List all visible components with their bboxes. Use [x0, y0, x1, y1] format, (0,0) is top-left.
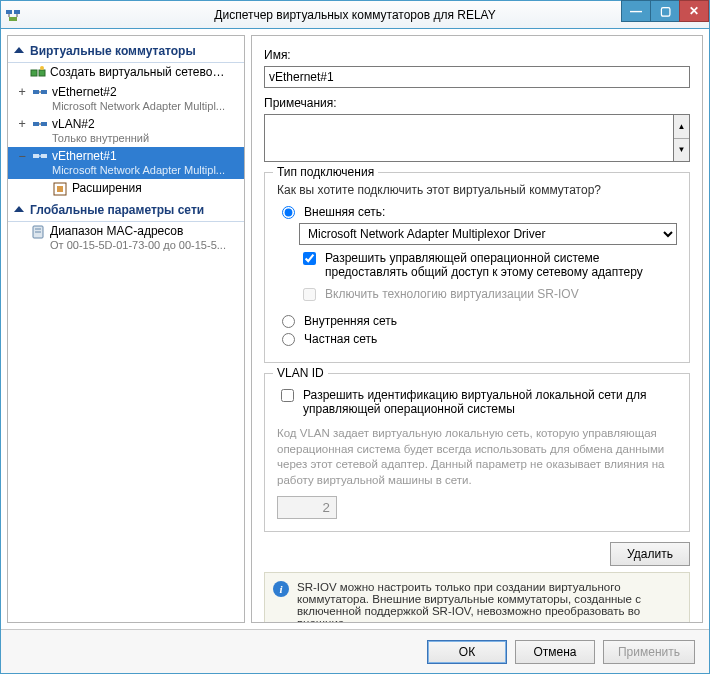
check-sriov: Включить технологию виртуализации SR-IOV [299, 287, 677, 304]
connection-question: Как вы хотите подключить этот виртуальны… [277, 183, 677, 197]
svg-point-7 [40, 66, 44, 70]
section-global-network: Глобальные параметры сети [8, 199, 244, 222]
svg-rect-11 [33, 122, 39, 126]
svg-rect-2 [9, 17, 17, 21]
tree-item-vethernet2[interactable]: + vEthernet#2 Microsoft Network Adapter … [8, 83, 244, 115]
delete-button[interactable]: Удалить [610, 542, 690, 566]
left-tree: Виртуальные коммутаторы Создать виртуаль… [7, 35, 245, 623]
name-input[interactable] [264, 66, 690, 88]
connection-type-group: Тип подключения Как вы хотите подключить… [264, 172, 690, 363]
cancel-button[interactable]: Отмена [515, 640, 595, 664]
properties-panel: Имя: Примечания: ▲ ▼ Тип подключения Как… [251, 35, 703, 623]
vlan-legend: VLAN ID [273, 366, 328, 380]
switch-icon [32, 85, 48, 101]
extension-icon [52, 181, 68, 197]
apply-button[interactable]: Применить [603, 640, 695, 664]
check-allow-mgmt-label: Разрешить управляющей операционной систе… [325, 251, 677, 279]
svg-rect-9 [41, 90, 47, 94]
expander-icon[interactable]: − [16, 149, 28, 163]
switch-icon [32, 117, 48, 133]
svg-rect-1 [14, 10, 20, 14]
check-vlan-input[interactable] [281, 389, 294, 402]
notes-input[interactable] [265, 115, 673, 161]
svg-rect-5 [31, 70, 37, 76]
tree-sublabel: От 00-15-5D-01-73-00 до 00-15-5... [50, 238, 226, 252]
check-vlan-enable[interactable]: Разрешить идентификацию виртуальной лока… [277, 388, 677, 416]
window-title: Диспетчер виртуальных коммутаторов для R… [1, 8, 709, 22]
notes-scroll-up[interactable]: ▲ [674, 115, 689, 139]
svg-rect-18 [57, 186, 63, 192]
tree-item-extensions[interactable]: Расширения [8, 179, 244, 199]
expander-icon[interactable]: + [16, 117, 28, 131]
check-vlan-label: Разрешить идентификацию виртуальной лока… [303, 388, 677, 416]
new-switch-icon [30, 65, 46, 81]
tree-label: vLAN#2 [52, 117, 149, 131]
dialog-footer: ОК Отмена Применить [1, 629, 709, 673]
radio-external-input[interactable] [282, 206, 295, 219]
ok-button[interactable]: ОК [427, 640, 507, 664]
vlan-help: Код VLAN задает виртуальную локальную се… [277, 426, 677, 488]
radio-internal-label: Внутренняя сеть [304, 314, 397, 328]
tree-item-vlan2[interactable]: + vLAN#2 Только внутренний [8, 115, 244, 147]
tree-label: vEthernet#2 [52, 85, 225, 99]
tree-create-switch[interactable]: Создать виртуальный сетевой к... [8, 63, 244, 83]
tree-sublabel: Microsoft Network Adapter Multipl... [52, 99, 225, 113]
info-icon: i [273, 581, 289, 597]
radio-external-label: Внешняя сеть: [304, 205, 385, 219]
radio-internal-input[interactable] [282, 315, 295, 328]
sriov-info-text: SR-IOV можно настроить только при создан… [297, 581, 681, 623]
check-sriov-label: Включить технологию виртуализации SR-IOV [325, 287, 579, 301]
tree-sublabel: Microsoft Network Adapter Multipl... [52, 163, 225, 177]
tree-label: vEthernet#1 [52, 149, 225, 163]
tree-item-vethernet1[interactable]: − vEthernet#1 Microsoft Network Adapter … [8, 147, 244, 179]
notes-wrap: ▲ ▼ [264, 114, 690, 162]
check-sriov-input [303, 288, 316, 301]
notes-label: Примечания: [264, 96, 690, 110]
titlebar: Диспетчер виртуальных коммутаторов для R… [1, 1, 709, 29]
radio-external[interactable]: Внешняя сеть: [277, 205, 677, 219]
radio-private-input[interactable] [282, 333, 295, 346]
radio-internal[interactable]: Внутренняя сеть [277, 314, 677, 328]
tree-item-mac-range[interactable]: Диапазон MAC-адресов От 00-15-5D-01-73-0… [8, 222, 244, 254]
section-virtual-switches: Виртуальные коммутаторы [8, 40, 244, 63]
window: Диспетчер виртуальных коммутаторов для R… [0, 0, 710, 674]
radio-private[interactable]: Частная сеть [277, 332, 677, 346]
svg-rect-12 [41, 122, 47, 126]
svg-rect-14 [33, 154, 39, 158]
switch-icon [32, 149, 48, 165]
app-icon [5, 7, 21, 23]
svg-rect-0 [6, 10, 12, 14]
vlan-id-input [277, 496, 337, 519]
adapter-combo[interactable]: Microsoft Network Adapter Multiplexor Dr… [299, 223, 677, 245]
minimize-button[interactable]: — [621, 0, 651, 22]
mac-icon [30, 224, 46, 240]
expander-icon[interactable]: + [16, 85, 28, 99]
tree-label: Расширения [72, 181, 142, 195]
sriov-info-box: i SR-IOV можно настроить только при созд… [264, 572, 690, 623]
maximize-button[interactable]: ▢ [650, 0, 680, 22]
tree-label: Диапазон MAC-адресов [50, 224, 226, 238]
notes-scroll-down[interactable]: ▼ [674, 139, 689, 162]
name-label: Имя: [264, 48, 690, 62]
check-allow-mgmt-input[interactable] [303, 252, 316, 265]
radio-private-label: Частная сеть [304, 332, 377, 346]
close-button[interactable]: ✕ [679, 0, 709, 22]
svg-rect-6 [39, 70, 45, 76]
tree-create-label: Создать виртуальный сетевой к... [50, 65, 230, 79]
check-allow-mgmt[interactable]: Разрешить управляющей операционной систе… [299, 251, 677, 279]
tree-sublabel: Только внутренний [52, 131, 149, 145]
svg-rect-8 [33, 90, 39, 94]
vlan-group: VLAN ID Разрешить идентификацию виртуаль… [264, 373, 690, 532]
svg-rect-15 [41, 154, 47, 158]
connection-type-legend: Тип подключения [273, 165, 378, 179]
